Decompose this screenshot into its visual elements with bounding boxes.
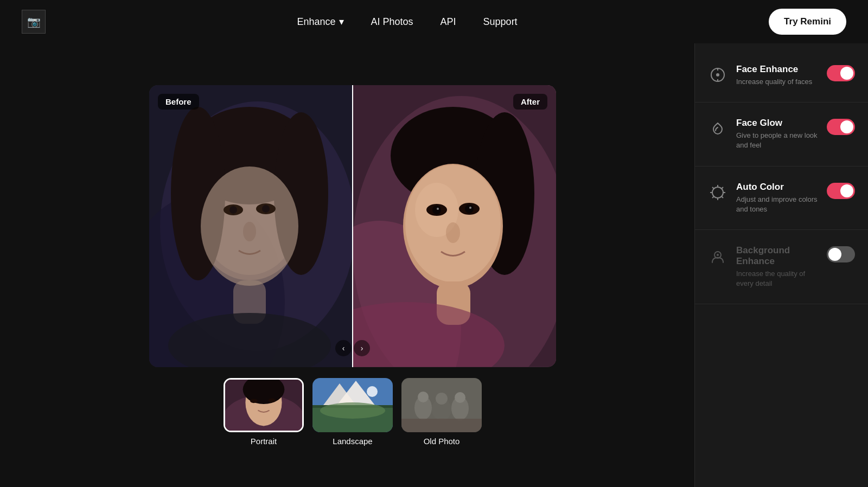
background-enhance-desc: Increase the quality of every detail	[736, 269, 818, 289]
svg-point-27	[465, 204, 474, 213]
divider-line	[352, 85, 353, 367]
face-glow-title: Face Glow	[736, 118, 818, 129]
logo: 📷	[22, 10, 46, 34]
badge-after: After	[513, 94, 547, 110]
photo-section: Before After ‹ ›	[0, 43, 694, 487]
photo-after	[353, 85, 556, 367]
nav-ai-photos[interactable]: AI Photos	[371, 16, 413, 28]
slider-controls: ‹ ›	[335, 340, 370, 356]
svg-point-38	[269, 398, 276, 402]
auto-color-toggle[interactable]	[827, 183, 855, 199]
feature-face-enhance: Face Enhance Increase quality of faces	[695, 49, 868, 102]
face-glow-desc: Give to people a new look and feel	[736, 131, 818, 150]
background-enhance-icon	[708, 246, 727, 266]
svg-point-29	[469, 207, 471, 209]
auto-color-icon	[708, 183, 727, 202]
auto-color-desc: Adjust and improve colors and tones	[736, 195, 818, 214]
thumb-portrait-label: Portrait	[251, 437, 277, 446]
svg-rect-55	[401, 378, 482, 432]
svg-point-11	[229, 206, 237, 214]
thumbnails: Portrait Landscape	[224, 378, 482, 446]
thumb-landscape-image	[312, 378, 393, 432]
slider-prev-button[interactable]: ‹	[335, 340, 352, 356]
main-area: Before After ‹ ›	[0, 43, 868, 487]
face-enhance-toggle[interactable]	[827, 65, 855, 81]
nav-api[interactable]: API	[441, 16, 456, 28]
slider-next-button[interactable]: ›	[354, 340, 370, 356]
svg-line-65	[712, 187, 714, 189]
feature-background-enhance: Background Enhance Increase the quality …	[695, 230, 868, 304]
try-remini-button[interactable]: Try Remini	[769, 9, 846, 35]
nav-support[interactable]: Support	[483, 16, 518, 28]
feature-auto-color: Auto Color Adjust and improve colors and…	[695, 166, 868, 230]
right-panel: Face Enhance Increase quality of faces F…	[694, 43, 868, 487]
thumbnail-landscape[interactable]: Landscape	[312, 378, 393, 446]
background-enhance-toggle[interactable]	[827, 246, 855, 262]
thumb-landscape-label: Landscape	[333, 437, 372, 446]
thumb-oldphoto-label: Old Photo	[424, 437, 460, 446]
badge-before: Before	[158, 94, 199, 110]
svg-point-60	[712, 187, 723, 198]
svg-line-68	[712, 196, 714, 198]
svg-point-37	[250, 399, 257, 403]
thumbnail-old-photo[interactable]: Old Photo	[401, 378, 482, 446]
photo-container: Before After ‹ ›	[149, 85, 556, 367]
svg-line-66	[722, 196, 724, 198]
feature-face-glow: Face Glow Give to people a new look and …	[695, 102, 868, 166]
logo-icon: 📷	[22, 10, 46, 34]
face-glow-icon	[708, 119, 727, 138]
navbar: 📷 Enhance ▾ AI Photos API Support Try Re…	[0, 0, 868, 43]
svg-point-12	[262, 205, 270, 213]
svg-point-26	[432, 206, 441, 214]
background-enhance-title: Background Enhance	[736, 245, 818, 267]
face-enhance-icon	[708, 65, 727, 85]
face-glow-toggle[interactable]	[827, 119, 855, 135]
svg-point-30	[446, 222, 460, 243]
nav-links: Enhance ▾ AI Photos API Support	[297, 16, 517, 28]
svg-point-45	[367, 386, 378, 397]
auto-color-title: Auto Color	[736, 182, 818, 193]
nav-enhance[interactable]: Enhance ▾	[297, 16, 343, 28]
face-enhance-desc: Increase quality of faces	[736, 77, 818, 87]
face-enhance-title: Face Enhance	[736, 64, 818, 75]
svg-point-28	[437, 208, 439, 210]
svg-point-44	[320, 402, 385, 419]
thumb-oldphoto-image	[401, 378, 482, 432]
thumbnail-portrait[interactable]: Portrait	[224, 378, 304, 446]
svg-point-57	[716, 73, 719, 76]
svg-line-67	[722, 187, 724, 189]
chevron-down-icon: ▾	[339, 16, 344, 28]
thumb-portrait-image	[224, 378, 304, 432]
svg-point-70	[717, 254, 719, 256]
svg-point-13	[243, 222, 256, 241]
